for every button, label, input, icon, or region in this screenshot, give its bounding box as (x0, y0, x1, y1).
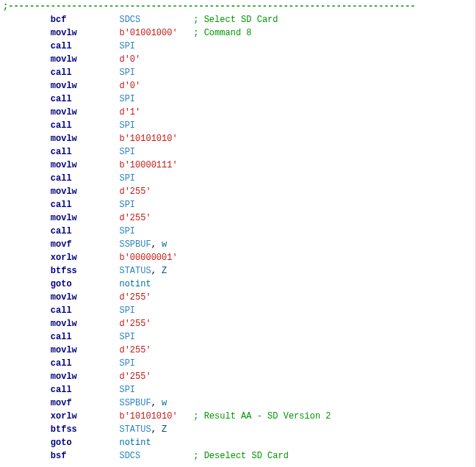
operand: STATUS (119, 424, 151, 435)
mnemonic: movlw (51, 107, 77, 117)
code-line: bsf SDCS ; Deselect SD Card (3, 449, 475, 463)
code-line: movlw d'255' (3, 370, 475, 383)
operand: d'0' (119, 81, 140, 91)
code-line: xorlw b'00000001' (3, 251, 475, 264)
code-line: movlw d'255' (3, 211, 475, 225)
operand: SPI (119, 305, 135, 316)
mnemonic: call (51, 41, 72, 51)
mnemonic: movlw (51, 319, 77, 329)
operand: notint (119, 279, 151, 289)
code-line: call SPI (3, 145, 475, 159)
mnemonic: call (51, 94, 72, 104)
mnemonic: movlw (51, 160, 77, 170)
code-line: movlw b'10000111' (3, 159, 475, 172)
operand-suffix: Z (162, 266, 167, 276)
operand: d'255' (119, 345, 151, 355)
operand: b'01001000' (119, 28, 177, 38)
operand: SPI (119, 41, 135, 51)
operand: b'00000001' (119, 253, 177, 263)
code-line: movlw d'255' (3, 317, 475, 330)
mnemonic: movlw (51, 54, 77, 65)
operand-suffix: w (162, 398, 167, 408)
code-line: movlw d'255' (3, 291, 475, 304)
code-line: call SPI (3, 330, 475, 344)
code-line: movf SSPBUF, w (3, 238, 475, 251)
mnemonic: movlw (51, 134, 77, 144)
code-line: movf SSPBUF, w (3, 397, 475, 410)
code-line: call SPI (3, 225, 475, 238)
operand: d'255' (119, 319, 151, 329)
code-line: movlw d'0' (3, 79, 475, 93)
mnemonic: goto (51, 279, 72, 289)
code-line: movlw d'255' (3, 185, 475, 198)
operand-suffix: w (162, 239, 167, 250)
mnemonic: movlw (51, 28, 77, 38)
code-line: call SPI (3, 66, 475, 79)
code-line: call SPI (3, 383, 475, 397)
mnemonic: movlw (51, 292, 77, 303)
operand: d'0' (119, 54, 140, 65)
mnemonic: call (51, 385, 72, 395)
operand: SDCS (119, 451, 140, 461)
assembly-listing: bcf SDCS ; Select SD Card movlw b'010010… (0, 13, 475, 463)
mnemonic: call (51, 305, 72, 316)
operand: SSPBUF (119, 398, 151, 408)
code-line: movlw d'1' (3, 106, 475, 119)
code-line: call SPI (3, 93, 475, 106)
mnemonic: movlw (51, 187, 77, 197)
operand: d'255' (119, 372, 151, 382)
operand: SPI (119, 332, 135, 342)
mnemonic: bcf (51, 15, 67, 25)
code-line: btfss STATUS, Z (3, 423, 475, 436)
code-line: call SPI (3, 357, 475, 370)
mnemonic: movf (51, 398, 72, 408)
operand: d'255' (119, 292, 151, 303)
operand: SPI (119, 173, 135, 184)
mnemonic: call (51, 120, 72, 131)
operand: d'1' (119, 107, 140, 117)
mnemonic: call (51, 147, 72, 157)
operand: SPI (119, 94, 135, 104)
operand: SPI (119, 358, 135, 369)
code-line: movlw d'0' (3, 53, 475, 66)
mnemonic: movf (51, 239, 72, 250)
code-line: goto notint (3, 278, 475, 291)
mnemonic: movlw (51, 372, 77, 382)
mnemonic: xorlw (51, 411, 77, 421)
code-line: movlw b'10101010' (3, 132, 475, 145)
code-line: call SPI (3, 119, 475, 132)
mnemonic: call (51, 226, 72, 236)
mnemonic: call (51, 200, 72, 210)
mnemonic: movlw (51, 345, 77, 355)
mnemonic: call (51, 68, 72, 78)
mnemonic: call (51, 173, 72, 184)
code-line: call SPI (3, 172, 475, 185)
operand: SPI (119, 385, 135, 395)
mnemonic: xorlw (51, 253, 77, 263)
operand-suffix: Z (162, 424, 167, 435)
mnemonic: bsf (51, 451, 67, 461)
code-line: xorlw b'10101010' ; Result AA - SD Versi… (3, 410, 475, 423)
comment: ; Command 8 (193, 28, 251, 38)
code-line: call SPI (3, 304, 475, 317)
mnemonic: btfss (51, 424, 77, 435)
code-line: movlw b'01001000' ; Command 8 (3, 26, 475, 40)
code-line: movlw d'255' (3, 344, 475, 357)
mnemonic: goto (51, 438, 72, 448)
section-divider: ;---------------------------------------… (0, 0, 475, 13)
mnemonic: btfss (51, 266, 77, 276)
comment: ; Result AA - SD Version 2 (193, 411, 331, 421)
operand: SSPBUF (119, 239, 151, 250)
code-line: call SPI (3, 198, 475, 211)
operand: notint (119, 438, 151, 448)
operand: SPI (119, 120, 135, 131)
mnemonic: call (51, 358, 72, 369)
code-line: goto notint (3, 436, 475, 449)
operand: b'10101010' (119, 134, 177, 144)
operand: SPI (119, 226, 135, 236)
operand: d'255' (119, 213, 151, 223)
operand: b'10101010' (119, 411, 177, 421)
comment: ; Deselect SD Card (193, 451, 289, 461)
operand: STATUS (119, 266, 151, 276)
operand: b'10000111' (119, 160, 177, 170)
